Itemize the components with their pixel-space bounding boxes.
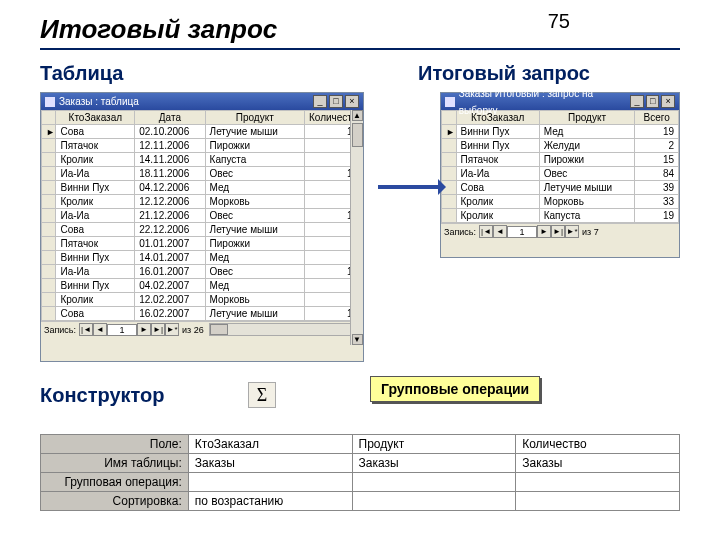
nav-current[interactable]: 1 — [107, 324, 137, 336]
designer-cell[interactable] — [188, 473, 352, 492]
designer-cell[interactable]: Заказы — [188, 454, 352, 473]
row-selector[interactable]: ► — [42, 125, 56, 139]
cell[interactable]: Пятачок — [56, 237, 135, 251]
nav-last[interactable]: ►| — [551, 225, 565, 238]
cell[interactable]: 39 — [635, 181, 679, 195]
cell[interactable]: Винни Пух — [56, 181, 135, 195]
cell[interactable]: Сова — [56, 307, 135, 321]
cell[interactable]: Летучие мыши — [205, 125, 304, 139]
cell[interactable]: Капуста — [539, 209, 635, 223]
cell[interactable]: Пятачок — [456, 153, 539, 167]
nav-first[interactable]: |◄ — [479, 225, 493, 238]
cell[interactable]: 84 — [635, 167, 679, 181]
cell[interactable]: Морковь — [205, 195, 304, 209]
minimize-button[interactable]: _ — [630, 95, 644, 108]
cell[interactable]: 16.01.2007 — [135, 265, 205, 279]
cell[interactable]: Пирожки — [539, 153, 635, 167]
cell[interactable]: Винни Пух — [456, 139, 539, 153]
nav-current[interactable]: 1 — [507, 226, 537, 238]
cell[interactable]: 21.12.2006 — [135, 209, 205, 223]
cell[interactable]: 04.02.2007 — [135, 279, 205, 293]
cell[interactable]: Иа-Иа — [56, 167, 135, 181]
cell[interactable]: Овес — [539, 167, 635, 181]
cell[interactable]: Иа-Иа — [56, 265, 135, 279]
cell[interactable]: Иа-Иа — [56, 209, 135, 223]
row-selector[interactable] — [42, 293, 56, 307]
close-button[interactable]: × — [661, 95, 675, 108]
designer-cell[interactable]: Заказы — [516, 454, 680, 473]
cell[interactable]: Морковь — [205, 293, 304, 307]
cell[interactable]: Кролик — [456, 209, 539, 223]
cell[interactable]: 19 — [635, 125, 679, 139]
row-selector[interactable] — [42, 223, 56, 237]
cell[interactable]: Кролик — [56, 195, 135, 209]
vertical-scrollbar[interactable]: ▲ ▼ — [350, 110, 363, 345]
cell[interactable]: 14.11.2006 — [135, 153, 205, 167]
cell[interactable]: Мед — [539, 125, 635, 139]
row-selector[interactable] — [42, 279, 56, 293]
nav-prev[interactable]: ◄ — [93, 323, 107, 336]
cell[interactable]: 12.02.2007 — [135, 293, 205, 307]
cell[interactable]: Овес — [205, 265, 304, 279]
cell[interactable]: Мед — [205, 279, 304, 293]
cell[interactable]: Летучие мыши — [205, 223, 304, 237]
cell[interactable]: Кролик — [56, 153, 135, 167]
h-scrollbar[interactable] — [209, 323, 361, 336]
cell[interactable]: Мед — [205, 251, 304, 265]
nav-prev[interactable]: ◄ — [493, 225, 507, 238]
cell[interactable]: 33 — [635, 195, 679, 209]
row-selector[interactable] — [442, 209, 457, 223]
row-selector[interactable] — [442, 195, 457, 209]
cell[interactable]: 02.10.2006 — [135, 125, 205, 139]
sigma-button[interactable]: Σ — [248, 382, 276, 408]
cell[interactable]: 2 — [635, 139, 679, 153]
cell[interactable]: Кролик — [56, 293, 135, 307]
column-header[interactable]: КтоЗаказал — [56, 111, 135, 125]
minimize-button[interactable]: _ — [313, 95, 327, 108]
cell[interactable]: Морковь — [539, 195, 635, 209]
cell[interactable]: Винни Пух — [56, 279, 135, 293]
cell[interactable]: Пирожки — [205, 237, 304, 251]
designer-cell[interactable]: по возрастанию — [188, 492, 352, 511]
scroll-down-icon[interactable]: ▼ — [352, 334, 363, 345]
nav-new[interactable]: ►* — [565, 225, 579, 238]
maximize-button[interactable]: □ — [329, 95, 343, 108]
cell[interactable]: 12.12.2006 — [135, 195, 205, 209]
cell[interactable]: 04.12.2006 — [135, 181, 205, 195]
row-selector[interactable] — [42, 209, 56, 223]
cell[interactable]: Сова — [456, 181, 539, 195]
maximize-button[interactable]: □ — [646, 95, 660, 108]
nav-first[interactable]: |◄ — [79, 323, 93, 336]
cell[interactable]: Мед — [205, 181, 304, 195]
cell[interactable]: 19 — [635, 209, 679, 223]
cell[interactable]: Пирожки — [205, 139, 304, 153]
nav-next[interactable]: ► — [537, 225, 551, 238]
cell[interactable]: Кролик — [456, 195, 539, 209]
column-header[interactable]: Всего — [635, 111, 679, 125]
designer-cell[interactable]: Количество — [516, 435, 680, 454]
cell[interactable]: Овес — [205, 209, 304, 223]
row-selector[interactable] — [42, 307, 56, 321]
designer-cell[interactable] — [516, 473, 680, 492]
cell[interactable]: 18.11.2006 — [135, 167, 205, 181]
cell[interactable]: Сова — [56, 223, 135, 237]
cell[interactable]: Капуста — [205, 153, 304, 167]
row-selector[interactable] — [42, 237, 56, 251]
cell[interactable]: Винни Пух — [456, 125, 539, 139]
cell[interactable]: Летучие мыши — [539, 181, 635, 195]
row-selector[interactable] — [42, 153, 56, 167]
nav-last[interactable]: ►| — [151, 323, 165, 336]
cell[interactable]: Овес — [205, 167, 304, 181]
nav-new[interactable]: ►* — [165, 323, 179, 336]
row-selector[interactable] — [42, 167, 56, 181]
column-header[interactable]: Дата — [135, 111, 205, 125]
designer-cell[interactable] — [352, 492, 516, 511]
cell[interactable]: Летучие мыши — [205, 307, 304, 321]
cell[interactable]: 12.11.2006 — [135, 139, 205, 153]
row-selector[interactable] — [442, 139, 457, 153]
designer-cell[interactable] — [352, 473, 516, 492]
cell[interactable]: 22.12.2006 — [135, 223, 205, 237]
cell[interactable]: Желуди — [539, 139, 635, 153]
cell[interactable]: Пятачок — [56, 139, 135, 153]
cell[interactable]: 01.01.2007 — [135, 237, 205, 251]
